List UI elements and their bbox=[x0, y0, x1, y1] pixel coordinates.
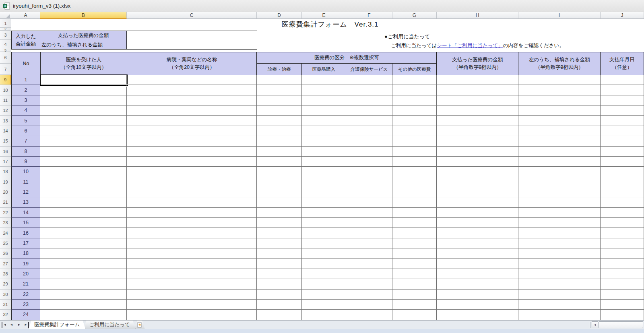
cell-B28[interactable] bbox=[40, 269, 127, 279]
cell-no-10[interactable]: 10 bbox=[11, 167, 40, 177]
cell-C32[interactable] bbox=[127, 310, 257, 320]
cell-D10[interactable] bbox=[257, 85, 302, 95]
cell-I12[interactable] bbox=[518, 105, 601, 116]
cell-D27[interactable] bbox=[257, 259, 302, 269]
cell-no-1[interactable]: 1 bbox=[11, 75, 40, 85]
cell-J27[interactable] bbox=[601, 259, 644, 269]
cell-E14[interactable] bbox=[302, 126, 346, 136]
cell-E22[interactable] bbox=[302, 208, 346, 218]
cell-E24[interactable] bbox=[302, 228, 346, 238]
cell-no-20[interactable]: 20 bbox=[11, 269, 40, 279]
cell-J32[interactable] bbox=[601, 310, 644, 320]
cell-E19[interactable] bbox=[302, 177, 346, 187]
cell-J28[interactable] bbox=[601, 269, 644, 279]
cell-H14[interactable] bbox=[437, 126, 518, 136]
cell-H31[interactable] bbox=[437, 300, 518, 310]
cell-E13[interactable] bbox=[302, 116, 346, 126]
cell-J22[interactable] bbox=[601, 208, 644, 218]
header-category-other[interactable]: その他の医療費 bbox=[392, 64, 437, 75]
cell-B24[interactable] bbox=[40, 228, 127, 238]
cell-I28[interactable] bbox=[518, 269, 601, 279]
cell-J21[interactable] bbox=[601, 197, 644, 207]
cell-no-24[interactable]: 24 bbox=[11, 310, 40, 320]
cell-B26[interactable] bbox=[40, 248, 127, 259]
summary-row-label-cell[interactable]: 入力した 合計金額 bbox=[12, 31, 40, 50]
usage-sheet-link[interactable]: シート「ご利用に当たって」 bbox=[437, 43, 503, 48]
cell-B25[interactable] bbox=[40, 238, 127, 248]
cell-G28[interactable] bbox=[392, 269, 437, 279]
cell-J31[interactable] bbox=[601, 300, 644, 310]
cell-no-8[interactable]: 8 bbox=[11, 147, 40, 157]
cell-D31[interactable] bbox=[257, 300, 302, 310]
cell-I24[interactable] bbox=[518, 228, 601, 238]
cell-I11[interactable] bbox=[518, 95, 601, 105]
cell-B29[interactable] bbox=[40, 279, 127, 289]
cell-G31[interactable] bbox=[392, 300, 437, 310]
cell-I21[interactable] bbox=[518, 197, 601, 207]
cell-E20[interactable] bbox=[302, 187, 346, 197]
cell-F10[interactable] bbox=[346, 85, 392, 95]
cell-I9[interactable] bbox=[518, 75, 601, 85]
cell-I26[interactable] bbox=[518, 248, 601, 259]
cell-B16[interactable] bbox=[40, 147, 127, 157]
cell-no-17[interactable]: 17 bbox=[11, 238, 40, 248]
cell-no-19[interactable]: 19 bbox=[11, 259, 40, 269]
cell-H12[interactable] bbox=[437, 105, 518, 116]
cell-F24[interactable] bbox=[346, 228, 392, 238]
cell-C19[interactable] bbox=[127, 177, 257, 187]
cell-D14[interactable] bbox=[257, 126, 302, 136]
cell-G26[interactable] bbox=[392, 248, 437, 259]
cell-E10[interactable] bbox=[302, 85, 346, 95]
cell-G20[interactable] bbox=[392, 187, 437, 197]
cell-E17[interactable] bbox=[302, 157, 346, 167]
summary-paid-value-cell[interactable] bbox=[127, 31, 257, 40]
cell-H25[interactable] bbox=[437, 238, 518, 248]
cell-C22[interactable] bbox=[127, 208, 257, 218]
cell-G22[interactable] bbox=[392, 208, 437, 218]
cell-F29[interactable] bbox=[346, 279, 392, 289]
cell-C9[interactable] bbox=[127, 75, 257, 85]
header-person[interactable]: 医療を受けた人 （全角10文字以内） bbox=[41, 52, 127, 75]
cell-B12[interactable] bbox=[40, 105, 127, 116]
cell-F16[interactable] bbox=[346, 147, 392, 157]
cell-J30[interactable] bbox=[601, 290, 644, 300]
cell-no-13[interactable]: 13 bbox=[11, 197, 40, 207]
cell-B17[interactable] bbox=[40, 157, 127, 167]
cell-J13[interactable] bbox=[601, 116, 644, 126]
cell-G16[interactable] bbox=[392, 147, 437, 157]
cell-H16[interactable] bbox=[437, 147, 518, 157]
cell-H32[interactable] bbox=[437, 310, 518, 320]
cell-F11[interactable] bbox=[346, 95, 392, 105]
cell-E29[interactable] bbox=[302, 279, 346, 289]
cell-no-22[interactable]: 22 bbox=[11, 290, 40, 300]
cell-C18[interactable] bbox=[127, 167, 257, 177]
cell-D23[interactable] bbox=[257, 218, 302, 228]
cell-E12[interactable] bbox=[302, 105, 346, 116]
cell-J16[interactable] bbox=[601, 147, 644, 157]
cell-H23[interactable] bbox=[437, 218, 518, 228]
cell-B18[interactable] bbox=[40, 167, 127, 177]
cell-B19[interactable] bbox=[40, 177, 127, 187]
cell-E23[interactable] bbox=[302, 218, 346, 228]
cell-G9[interactable] bbox=[392, 75, 437, 85]
cell-E18[interactable] bbox=[302, 167, 346, 177]
cell-J14[interactable] bbox=[601, 126, 644, 136]
cell-F26[interactable] bbox=[346, 248, 392, 259]
header-hospital[interactable]: 病院・薬局などの名称 （全角20文字以内） bbox=[127, 52, 257, 75]
last-sheet-button[interactable]: ► bbox=[23, 322, 29, 328]
cell-H11[interactable] bbox=[437, 95, 518, 105]
cell-G24[interactable] bbox=[392, 228, 437, 238]
cell-F31[interactable] bbox=[346, 300, 392, 310]
cell-D30[interactable] bbox=[257, 290, 302, 300]
cell-B20[interactable] bbox=[40, 187, 127, 197]
cell-J29[interactable] bbox=[601, 279, 644, 289]
cell-I23[interactable] bbox=[518, 218, 601, 228]
cell-F21[interactable] bbox=[346, 197, 392, 207]
header-category-careservice[interactable]: 介護保険サービス bbox=[346, 64, 392, 75]
cell-J18[interactable] bbox=[601, 167, 644, 177]
cell-D12[interactable] bbox=[257, 105, 302, 116]
cell-I13[interactable] bbox=[518, 116, 601, 126]
cell-no-3[interactable]: 3 bbox=[11, 95, 40, 105]
cell-no-6[interactable]: 6 bbox=[11, 126, 40, 136]
cell-J19[interactable] bbox=[601, 177, 644, 187]
